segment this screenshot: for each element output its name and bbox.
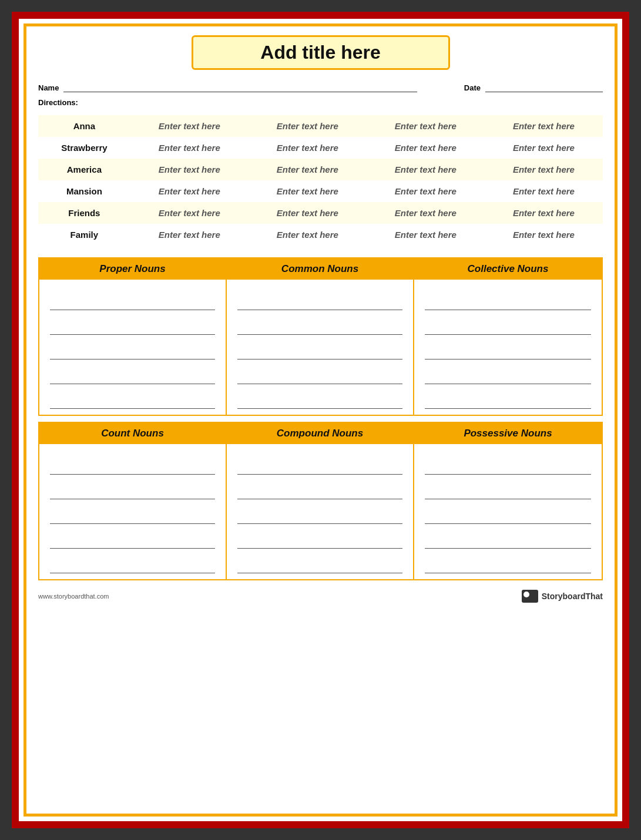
write-line[interactable] [425,296,591,310]
name-date-row: Name Date [38,82,603,92]
write-line[interactable] [425,535,591,549]
count-nouns-section: Count Nouns [39,423,227,579]
entry-family-3[interactable]: Enter text here [367,224,485,246]
entry-strawberry-1[interactable]: Enter text here [130,137,249,159]
write-line[interactable] [237,485,402,499]
entry-anna-4[interactable]: Enter text here [485,115,603,137]
common-nouns-header: Common Nouns [227,258,413,280]
title-box: Add title here [192,35,450,70]
page-title: Add title here [217,42,425,63]
write-line[interactable] [425,321,591,335]
write-line[interactable] [50,461,215,475]
date-line[interactable] [485,82,603,92]
entry-strawberry-4[interactable]: Enter text here [485,137,603,159]
write-line[interactable] [237,461,402,475]
entry-family-2[interactable]: Enter text here [249,224,367,246]
write-line[interactable] [237,559,402,573]
entry-friends-2[interactable]: Enter text here [249,202,367,224]
entry-mansion-1[interactable]: Enter text here [130,180,249,202]
write-line[interactable] [50,559,215,573]
name-line[interactable] [63,82,417,92]
write-line[interactable] [237,345,402,359]
table-row: Strawberry Enter text here Enter text he… [38,137,603,159]
entry-anna-2[interactable]: Enter text here [249,115,367,137]
common-nouns-section: Common Nouns [227,258,414,415]
count-nouns-body [39,444,226,579]
write-line[interactable] [425,485,591,499]
entry-mansion-3[interactable]: Enter text here [367,180,485,202]
entry-family-4[interactable]: Enter text here [485,224,603,246]
compound-nouns-section: Compound Nouns [227,423,414,579]
write-line[interactable] [50,395,215,409]
table-row: Friends Enter text here Enter text here … [38,202,603,224]
write-line[interactable] [425,461,591,475]
possessive-nouns-section: Possessive Nouns [414,423,602,579]
entry-mansion-2[interactable]: Enter text here [249,180,367,202]
write-line[interactable] [50,345,215,359]
page-inner: Add title here Name Date Directions: Ann… [24,23,617,817]
write-line[interactable] [237,535,402,549]
entry-friends-3[interactable]: Enter text here [367,202,485,224]
write-line[interactable] [50,510,215,524]
proper-nouns-body [39,280,226,415]
write-line[interactable] [237,296,402,310]
date-label: Date [464,83,481,92]
collective-nouns-section: Collective Nouns [414,258,602,415]
directions-label: Directions: [38,98,603,107]
write-line[interactable] [237,395,402,409]
title-row: Add title here [38,35,603,82]
write-line[interactable] [50,535,215,549]
write-line[interactable] [237,370,402,384]
write-line[interactable] [237,510,402,524]
entry-friends-1[interactable]: Enter text here [130,202,249,224]
word-america: America [38,159,130,180]
entry-friends-4[interactable]: Enter text here [485,202,603,224]
table-row: Anna Enter text here Enter text here Ent… [38,115,603,137]
word-strawberry: Strawberry [38,137,130,159]
compound-nouns-body [227,444,413,579]
collective-nouns-header: Collective Nouns [414,258,602,280]
entry-mansion-4[interactable]: Enter text here [485,180,603,202]
write-line[interactable] [425,395,591,409]
entry-family-1[interactable]: Enter text here [130,224,249,246]
footer-logo-text: StoryboardThat [542,592,603,601]
entry-strawberry-2[interactable]: Enter text here [249,137,367,159]
count-nouns-header: Count Nouns [39,423,226,444]
entry-america-3[interactable]: Enter text here [367,159,485,180]
entry-america-1[interactable]: Enter text here [130,159,249,180]
word-table: Anna Enter text here Enter text here Ent… [38,115,603,246]
write-line[interactable] [237,321,402,335]
entry-america-4[interactable]: Enter text here [485,159,603,180]
write-line[interactable] [425,510,591,524]
write-line[interactable] [50,296,215,310]
footer-logo: StoryboardThat [522,590,603,603]
proper-nouns-section: Proper Nouns [39,258,227,415]
name-label: Name [38,83,59,92]
write-line[interactable] [50,370,215,384]
write-line[interactable] [50,485,215,499]
compound-nouns-header: Compound Nouns [227,423,413,444]
word-anna: Anna [38,115,130,137]
storyboard-logo-icon [522,590,538,603]
write-line[interactable] [425,345,591,359]
table-row: Family Enter text here Enter text here E… [38,224,603,246]
word-friends: Friends [38,202,130,224]
common-nouns-body [227,280,413,415]
entry-anna-1[interactable]: Enter text here [130,115,249,137]
entry-anna-3[interactable]: Enter text here [367,115,485,137]
entry-america-2[interactable]: Enter text here [249,159,367,180]
possessive-nouns-body [414,444,602,579]
entry-strawberry-3[interactable]: Enter text here [367,137,485,159]
word-mansion: Mansion [38,180,130,202]
write-line[interactable] [50,321,215,335]
page: Add title here Name Date Directions: Ann… [12,12,629,828]
write-line[interactable] [425,370,591,384]
table-row: Mansion Enter text here Enter text here … [38,180,603,202]
footer: www.storyboardthat.com StoryboardThat [38,587,603,605]
collective-nouns-body [414,280,602,415]
word-family: Family [38,224,130,246]
noun-grid-row1: Proper Nouns Common Nouns [38,257,603,416]
noun-grid-row2: Count Nouns Compound Nouns [38,422,603,580]
table-row: America Enter text here Enter text here … [38,159,603,180]
write-line[interactable] [425,559,591,573]
